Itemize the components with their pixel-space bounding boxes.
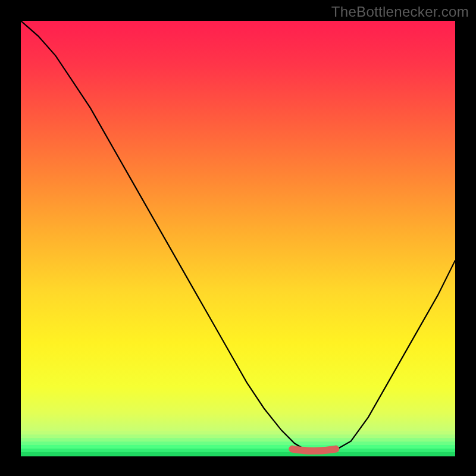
- svg-rect-6: [21, 449, 455, 452]
- watermark-text: TheBottlenecker.com: [331, 4, 469, 20]
- chart-plot-area: [21, 21, 455, 456]
- svg-rect-4: [21, 441, 455, 445]
- svg-rect-2: [21, 434, 455, 438]
- svg-rect-0: [21, 21, 455, 456]
- svg-rect-1: [21, 431, 455, 435]
- svg-rect-5: [21, 445, 455, 449]
- svg-rect-3: [21, 438, 455, 441]
- svg-rect-7: [21, 452, 455, 456]
- chart-svg: [21, 21, 455, 456]
